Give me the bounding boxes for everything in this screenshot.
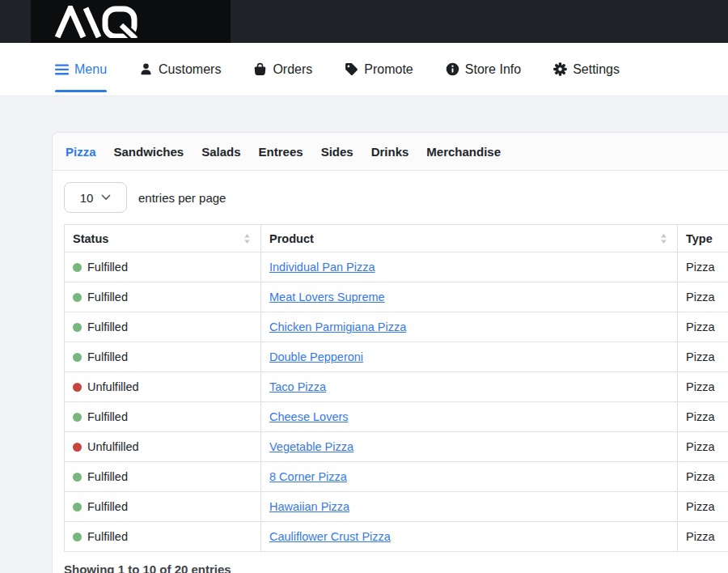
product-cell: 8 Corner Pizza <box>261 462 678 492</box>
status-label: Fulfilled <box>87 261 128 274</box>
type-cell: Pizza <box>678 432 728 462</box>
tab-salads[interactable]: Salads <box>201 145 240 159</box>
product-link[interactable]: Chicken Parmigiana Pizza <box>269 320 406 333</box>
menu-card: Pizza Sandwiches Salads Entrees Sides Dr… <box>52 132 728 573</box>
status-dot <box>73 503 82 511</box>
entries-per-page-select[interactable]: 10 <box>64 182 127 213</box>
content-area: Pizza Sandwiches Salads Entrees Sides Dr… <box>52 132 728 573</box>
tab-pizza[interactable]: Pizza <box>66 145 96 159</box>
product-cell: Taco Pizza <box>261 372 678 402</box>
status-cell: Fulfilled <box>65 522 261 552</box>
sort-icon <box>660 233 667 244</box>
product-cell: Meat Lovers Supreme <box>261 282 678 312</box>
nav-item-customers[interactable]: Customers <box>139 43 221 96</box>
product-cell: Vegetable Pizza <box>261 432 678 462</box>
status-dot <box>73 473 82 482</box>
nav-item-settings[interactable]: Settings <box>553 43 620 96</box>
table-row: Fulfilled Cauliflower Crust Pizza Pizza <box>65 522 728 552</box>
person-icon <box>139 62 153 76</box>
status-label: Fulfilled <box>87 530 128 543</box>
status-dot <box>73 263 82 272</box>
aiq-logo-icon <box>55 6 154 38</box>
product-cell: Chicken Parmigiana Pizza <box>261 312 678 342</box>
status-label: Fulfilled <box>87 350 128 363</box>
table-header-row: Status Product <box>65 225 728 253</box>
status-label: Unfulfilled <box>87 380 139 393</box>
product-link[interactable]: Double Pepperoni <box>269 350 363 363</box>
status-cell: Fulfilled <box>65 462 261 492</box>
column-label: Product <box>269 232 314 245</box>
product-link[interactable]: Cheese Lovers <box>269 410 349 423</box>
category-tabs: Pizza Sandwiches Salads Entrees Sides Dr… <box>53 133 728 171</box>
table-row: Fulfilled Meat Lovers Supreme Pizza <box>65 282 728 312</box>
status-cell: Fulfilled <box>65 342 261 372</box>
status-cell: Fulfilled <box>65 312 261 342</box>
product-cell: Double Pepperoni <box>261 342 678 372</box>
product-link[interactable]: Meat Lovers Supreme <box>269 291 385 303</box>
status-cell: Unfulfilled <box>65 432 261 462</box>
product-cell: Hawaiian Pizza <box>261 492 678 522</box>
status-dot <box>73 353 82 362</box>
gear-icon <box>553 62 567 76</box>
status-dot <box>73 533 82 541</box>
nav-item-orders[interactable]: Orders <box>253 43 312 96</box>
topbar <box>0 0 728 43</box>
status-label: Unfulfilled <box>87 440 139 453</box>
table-info: Showing 1 to 10 of 20 entries <box>64 562 728 573</box>
status-label: Fulfilled <box>87 470 128 483</box>
nav-item-promote[interactable]: Promote <box>345 43 413 96</box>
table-row: Fulfilled Hawaiian Pizza Pizza <box>65 492 728 522</box>
tab-drinks[interactable]: Drinks <box>371 145 409 159</box>
sort-icon <box>243 233 251 244</box>
tab-merchandise[interactable]: Merchandise <box>426 145 501 159</box>
type-cell: Pizza <box>678 312 728 342</box>
status-label: Fulfilled <box>87 500 128 513</box>
primary-nav: Menu Customers Orders Promote Store Info <box>0 43 728 96</box>
status-dot <box>73 323 82 332</box>
product-cell: Individual Pan Pizza <box>261 253 678 282</box>
tab-entrees[interactable]: Entrees <box>259 145 303 159</box>
type-cell: Pizza <box>678 462 728 492</box>
product-link[interactable]: Hawaiian Pizza <box>269 500 349 513</box>
nav-item-menu[interactable]: Menu <box>55 43 107 96</box>
product-link[interactable]: Taco Pizza <box>269 380 326 393</box>
brand-logo[interactable] <box>31 0 231 43</box>
table-row: Fulfilled Cheese Lovers Pizza <box>65 402 728 432</box>
products-table: Status Product <box>64 224 728 552</box>
card-body: 10 entries per page Status <box>53 171 728 573</box>
page-size-row: 10 entries per page <box>64 182 728 213</box>
table-row: Fulfilled Chicken Parmigiana Pizza Pizza <box>65 312 728 342</box>
column-header-type[interactable]: Type <box>678 225 728 253</box>
status-label: Fulfilled <box>87 410 128 423</box>
type-cell: Pizza <box>678 402 728 432</box>
table-row: Fulfilled Individual Pan Pizza Pizza <box>65 253 728 282</box>
nav-item-store-info[interactable]: Store Info <box>446 43 521 96</box>
table-row: Unfulfilled Vegetable Pizza Pizza <box>65 432 728 462</box>
column-header-product[interactable]: Product <box>261 225 678 253</box>
column-header-status[interactable]: Status <box>65 225 261 253</box>
status-dot <box>73 413 82 422</box>
product-link[interactable]: Vegetable Pizza <box>269 440 353 453</box>
status-label: Fulfilled <box>87 291 128 303</box>
type-cell: Pizza <box>678 522 728 552</box>
chevron-down-icon <box>101 194 111 201</box>
nav-item-label: Store Info <box>465 62 521 77</box>
status-cell: Fulfilled <box>65 402 261 432</box>
product-cell: Cauliflower Crust Pizza <box>261 522 678 552</box>
product-link[interactable]: Cauliflower Crust Pizza <box>269 530 391 543</box>
status-cell: Fulfilled <box>65 282 261 312</box>
tab-sides[interactable]: Sides <box>321 145 353 159</box>
product-link[interactable]: Individual Pan Pizza <box>269 261 375 274</box>
table-row: Fulfilled Double Pepperoni Pizza <box>65 342 728 372</box>
tab-sandwiches[interactable]: Sandwiches <box>114 145 184 159</box>
status-dot <box>73 293 82 302</box>
tag-icon <box>345 62 358 76</box>
entries-per-page-label: entries per page <box>138 191 226 205</box>
column-label: Type <box>686 232 713 245</box>
status-cell: Fulfilled <box>65 492 261 522</box>
product-cell: Cheese Lovers <box>261 402 678 432</box>
hamburger-icon <box>55 64 69 75</box>
info-icon <box>446 62 459 76</box>
product-link[interactable]: 8 Corner Pizza <box>269 470 347 483</box>
type-cell: Pizza <box>678 282 728 312</box>
